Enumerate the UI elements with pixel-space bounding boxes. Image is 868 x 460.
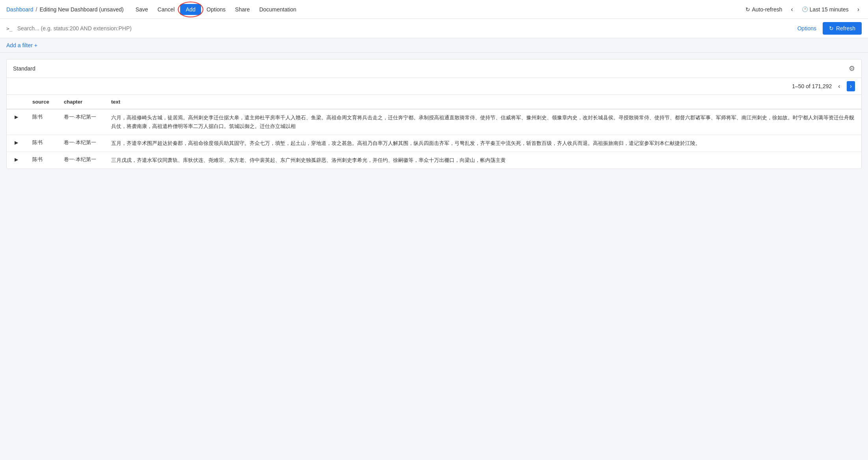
table-row: ▶ 陈书 卷一·本纪第一 五月，齐遣辛术围严超达於秦郡，高祖命徐度领兵助其固守。…: [7, 135, 861, 152]
col-header-chapter: chapter: [58, 95, 105, 109]
search-input[interactable]: [17, 25, 791, 32]
next-time-button[interactable]: ›: [855, 4, 862, 15]
prev-page-button[interactable]: ‹: [835, 81, 843, 91]
panel-header: Standard ⚙: [7, 59, 861, 78]
row-chapter-cell: 卷一·本纪第一: [58, 109, 105, 135]
row-source-cell: 陈书: [26, 135, 58, 152]
panel: Standard ⚙ 1–50 of 171,292 ‹ › source ch…: [6, 59, 862, 169]
add-filter-button[interactable]: Add a filter +: [6, 42, 37, 48]
expand-button[interactable]: ▶: [13, 113, 20, 121]
panel-settings-button[interactable]: ⚙: [849, 64, 855, 73]
nav-right: ↻ Auto-refresh ‹ 🕐 Last 15 minutes ›: [742, 4, 862, 15]
share-button[interactable]: Share: [231, 4, 253, 15]
breadcrumb-separator: /: [36, 6, 37, 13]
top-nav: Dashboard / Editing New Dashboard (unsav…: [0, 0, 868, 19]
filter-bar: Add a filter +: [0, 38, 868, 53]
table-row: ▶ 陈书 卷一·本纪第一 三月戊戌，齐遣水军仪同萧轨、库狄伏连、尧难宗、东方老、…: [7, 152, 861, 169]
clock-icon: 🕐: [802, 6, 808, 12]
save-button[interactable]: Save: [132, 4, 152, 15]
search-prompt: >_: [6, 26, 13, 32]
row-expand-cell: ▶: [7, 135, 26, 152]
table-row: ▶ 陈书 卷一·本纪第一 六月，高祖修崎头古城，徒居焉。高州刺史李迁仕据大皋，遣…: [7, 109, 861, 135]
col-header-source: source: [26, 95, 58, 109]
main-content: Standard ⚙ 1–50 of 171,292 ‹ › source ch…: [0, 53, 868, 175]
pagination-bar: 1–50 of 171,292 ‹ ›: [7, 78, 861, 95]
expand-button[interactable]: ▶: [13, 139, 20, 146]
time-range-label: Last 15 minutes: [810, 6, 849, 13]
refresh-icon: ↻: [745, 6, 750, 13]
breadcrumb: Dashboard / Editing New Dashboard (unsav…: [6, 6, 124, 13]
expand-button[interactable]: ▶: [13, 156, 20, 163]
data-table: source chapter text ▶ 陈书 卷一·本纪第一 六月，高祖修崎…: [7, 95, 861, 169]
cancel-button[interactable]: Cancel: [154, 4, 179, 15]
dashboard-link[interactable]: Dashboard: [6, 6, 34, 13]
refresh-label: Refresh: [836, 25, 855, 32]
search-bar: >_ Options ↻ Refresh: [0, 19, 868, 38]
col-header-expand: [7, 95, 26, 109]
row-chapter-cell: 卷一·本纪第一: [58, 135, 105, 152]
refresh-button[interactable]: ↻ Refresh: [823, 22, 862, 35]
time-range-button[interactable]: 🕐 Last 15 minutes: [799, 4, 852, 15]
row-source-cell: 陈书: [26, 109, 58, 135]
row-chapter-cell: 卷一·本纪第一: [58, 152, 105, 169]
row-expand-cell: ▶: [7, 109, 26, 135]
row-text-cell: 六月，高祖修崎头古城，徒居焉。高州刺史李迁仕据大皋，遣主帅杜平房率千人入赣石、鱼…: [105, 109, 861, 135]
auto-refresh-button[interactable]: ↻ Auto-refresh: [742, 4, 785, 15]
gear-icon: ⚙: [849, 65, 855, 72]
search-options-button[interactable]: Options: [794, 24, 820, 33]
row-text-cell: 三月戊戌，齐遣水军仪同萧轨、库狄伏连、尧难宗、东方老、侍中裴英起、东广州刺史独孤…: [105, 152, 861, 169]
row-source-cell: 陈书: [26, 152, 58, 169]
row-expand-cell: ▶: [7, 152, 26, 169]
current-page-title: Editing New Dashboard (unsaved): [39, 6, 123, 13]
col-header-text: text: [105, 95, 861, 109]
pagination-info: 1–50 of 171,292: [792, 83, 832, 89]
refresh-icon: ↻: [829, 25, 834, 32]
row-text-cell: 五月，齐遣辛术围严超达於秦郡，高祖命徐度领兵助其固守。齐众七万，填堑，起土山，穿…: [105, 135, 861, 152]
nav-actions: Save Cancel Add Options Share Documentat…: [132, 4, 743, 15]
auto-refresh-label: Auto-refresh: [752, 6, 782, 13]
options-button[interactable]: Options: [203, 4, 229, 15]
documentation-button[interactable]: Documentation: [255, 4, 300, 15]
search-input-wrapper: [17, 25, 791, 32]
add-button[interactable]: Add: [180, 4, 201, 15]
panel-title: Standard: [13, 65, 35, 72]
next-page-button[interactable]: ›: [847, 81, 855, 91]
prev-time-button[interactable]: ‹: [789, 4, 795, 15]
table-header-row: source chapter text: [7, 95, 861, 109]
